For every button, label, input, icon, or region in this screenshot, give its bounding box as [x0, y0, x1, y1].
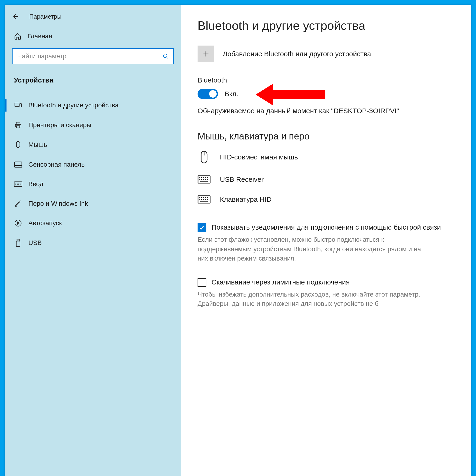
main-content: Bluetooth и другие устройства + Добавлен… [181, 5, 471, 476]
home-link[interactable]: Главная [14, 33, 174, 40]
sidebar-item-label: Перо и Windows Ink [28, 200, 88, 207]
sidebar-item-label: Bluetooth и другие устройства [28, 102, 119, 109]
add-device-button[interactable]: + Добавление Bluetooth или другого устро… [198, 46, 458, 62]
keyboard-icon [14, 181, 22, 187]
printer-icon [14, 121, 22, 129]
home-icon [14, 33, 21, 40]
sidebar-item-label: Ввод [28, 180, 43, 188]
svg-rect-9 [16, 241, 20, 247]
add-device-label: Добавление Bluetooth или другого устройс… [223, 50, 371, 58]
mouse-icon [14, 141, 22, 149]
category-heading: Устройства [14, 76, 174, 84]
bluetooth-section-label: Bluetooth [198, 76, 458, 84]
autoplay-icon [14, 220, 22, 227]
window-title: Параметры [29, 13, 62, 20]
svg-point-7 [15, 220, 21, 226]
sidebar-item-mouse[interactable]: Мышь [5, 135, 174, 155]
svg-rect-3 [17, 126, 19, 128]
svg-rect-6 [14, 182, 22, 187]
devices-icon [14, 101, 22, 109]
devices-heading: Мышь, клавиатура и перо [198, 131, 458, 142]
sidebar-item-typing[interactable]: Ввод [5, 174, 174, 194]
device-label: HID-совместимая мышь [220, 153, 298, 161]
sidebar-item-label: Автозапуск [28, 220, 62, 227]
sidebar-item-label: USB [28, 239, 42, 247]
svg-rect-2 [20, 104, 21, 107]
search-icon [163, 53, 169, 59]
mouse-icon [198, 150, 211, 164]
sidebar-item-touchpad[interactable]: Сенсорная панель [5, 155, 174, 174]
metered-row: Скачивание через лимитные подключения [198, 277, 458, 287]
swift-pair-help: Если этот флажок установлен, можно быстр… [198, 235, 425, 263]
sidebar-item-label: Сенсорная панель [28, 161, 85, 168]
discoverable-text: Обнаруживаемое на данный момент как "DES… [198, 107, 458, 115]
swift-pair-checkbox[interactable] [198, 223, 206, 232]
plus-icon: + [198, 46, 214, 62]
sidebar-item-bluetooth[interactable]: Bluetooth и другие устройства [5, 95, 174, 115]
bluetooth-toggle-row: Вкл. [198, 89, 458, 99]
pen-icon [14, 200, 22, 207]
sidebar-item-label: Мышь [28, 141, 47, 149]
home-label: Главная [27, 33, 52, 40]
sidebar-item-autoplay[interactable]: Автозапуск [5, 213, 174, 233]
sidebar-item-label: Принтеры и сканеры [28, 121, 91, 129]
page-title: Bluetooth и другие устройства [198, 18, 458, 33]
metered-label: Скачивание через лимитные подключения [211, 277, 350, 287]
settings-window: Параметры Главная Устройства Bluetooth и… [5, 5, 471, 476]
arrow-annotation-icon [256, 82, 325, 107]
svg-point-0 [163, 54, 167, 57]
search-input[interactable] [17, 52, 163, 60]
back-button[interactable] [12, 13, 20, 20]
sidebar-item-usb[interactable]: USB [5, 233, 174, 253]
swift-pair-label: Показывать уведомления для подключения с… [211, 222, 441, 232]
nav-list: Bluetooth и другие устройства Принтеры и… [5, 95, 174, 253]
bluetooth-toggle[interactable] [198, 89, 218, 99]
device-row[interactable]: HID-совместимая мышь [198, 150, 458, 164]
bluetooth-toggle-label: Вкл. [224, 90, 238, 98]
usb-icon [14, 239, 22, 247]
touchpad-icon [14, 161, 22, 168]
device-label: Клавиатура HID [220, 195, 272, 203]
device-label: USB Receiver [220, 175, 264, 183]
sidebar-item-printers[interactable]: Принтеры и сканеры [5, 115, 174, 135]
sidebar: Параметры Главная Устройства Bluetooth и… [5, 5, 181, 476]
swift-pair-row: Показывать уведомления для подключения с… [198, 222, 458, 232]
keyboard-icon [198, 195, 211, 204]
search-box[interactable] [12, 48, 174, 64]
metered-checkbox[interactable] [198, 278, 206, 287]
metered-help: Чтобы избежать дополнительных расходов, … [198, 290, 425, 309]
sidebar-item-pen[interactable]: Перо и Windows Ink [5, 194, 174, 213]
device-row[interactable]: USB Receiver [198, 175, 458, 184]
keyboard-icon [198, 175, 211, 184]
window-header: Параметры [12, 13, 174, 20]
svg-rect-1 [15, 103, 19, 107]
svg-marker-10 [256, 84, 325, 105]
device-row[interactable]: Клавиатура HID [198, 195, 458, 204]
